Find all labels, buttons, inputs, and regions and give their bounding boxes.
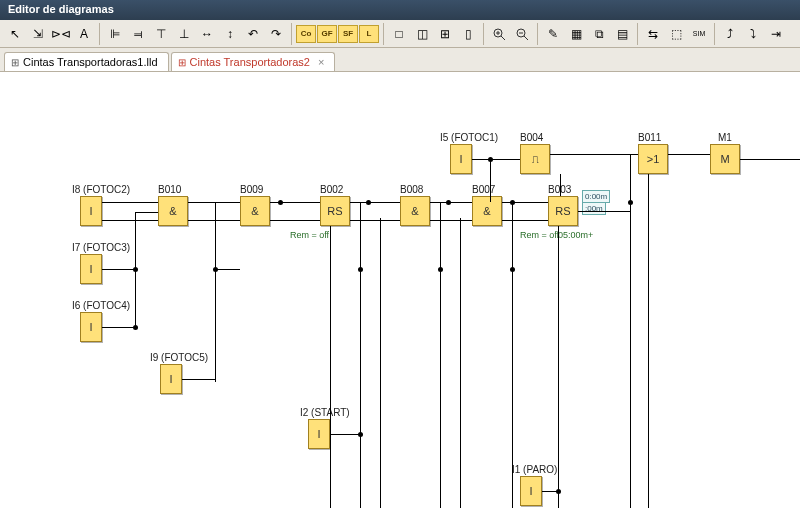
block-b010[interactable]: & <box>158 196 188 226</box>
distribute-h[interactable]: ↔ <box>196 23 218 45</box>
wire <box>188 220 240 221</box>
separator <box>483 23 484 45</box>
wire <box>578 211 630 212</box>
wire <box>380 218 381 508</box>
note-rem1: Rem = off <box>290 230 329 240</box>
block-m1[interactable]: M <box>710 144 740 174</box>
wire <box>430 202 472 203</box>
diagram-canvas[interactable]: I5 (FOTOC1) I B004 ⎍ B011 >1 M1 M I8 (FO… <box>0 72 800 508</box>
wire <box>102 327 135 328</box>
zoom-out[interactable] <box>511 23 533 45</box>
l-button[interactable]: L <box>359 25 379 43</box>
block-i7[interactable]: I <box>80 254 102 284</box>
pointer-tool[interactable]: ↖ <box>4 23 26 45</box>
separator <box>291 23 292 45</box>
block-b009[interactable]: & <box>240 196 270 226</box>
align-top[interactable]: ⊤ <box>150 23 172 45</box>
wire-node <box>446 200 451 205</box>
layout-4[interactable]: ▯ <box>457 23 479 45</box>
align-left[interactable]: ⊫ <box>104 23 126 45</box>
block-b007[interactable]: & <box>472 196 502 226</box>
svg-line-1 <box>501 36 505 40</box>
connector-tool[interactable]: ⇲ <box>27 23 49 45</box>
zoom-in[interactable] <box>488 23 510 45</box>
align-bottom[interactable]: ⊥ <box>173 23 195 45</box>
wire <box>102 220 158 221</box>
block-b003[interactable]: RS <box>548 196 578 226</box>
grid-tool[interactable]: ▦ <box>565 23 587 45</box>
jump-down[interactable]: ⤵ <box>742 23 764 45</box>
block-i9[interactable]: I <box>160 364 182 394</box>
window-title: Editor de diagramas <box>8 3 114 15</box>
swap-tool[interactable]: ⇆ <box>642 23 664 45</box>
block-i6[interactable]: I <box>80 312 102 342</box>
timer-box-2: :00m <box>582 202 606 215</box>
block-label: I9 (FOTOC5) <box>150 352 208 363</box>
list-tool[interactable]: ▤ <box>611 23 633 45</box>
wire <box>360 202 361 508</box>
wire <box>182 379 215 380</box>
cut-connection-tool[interactable]: ⊳⊲ <box>50 23 72 45</box>
rotate-cw[interactable]: ↷ <box>265 23 287 45</box>
wire <box>460 218 461 508</box>
jump-up[interactable]: ⤴ <box>719 23 741 45</box>
distribute-v[interactable]: ↕ <box>219 23 241 45</box>
block-b008[interactable]: & <box>400 196 430 226</box>
gf-button[interactable]: GF <box>317 25 337 43</box>
block-label: B007 <box>472 184 495 195</box>
copy-tool[interactable]: ⧉ <box>588 23 610 45</box>
text-tool[interactable]: A <box>73 23 95 45</box>
sf-button[interactable]: SF <box>338 25 358 43</box>
wire <box>558 226 559 508</box>
wire <box>740 159 800 160</box>
block-label: B009 <box>240 184 263 195</box>
wire <box>502 220 548 221</box>
block-label: I5 (FOTOC1) <box>440 132 498 143</box>
block-b002[interactable]: RS <box>320 196 350 226</box>
wire <box>215 269 240 270</box>
wire-node <box>133 267 138 272</box>
wire <box>502 202 548 203</box>
co-button[interactable]: Co <box>296 25 316 43</box>
goto-tool[interactable]: ⇥ <box>765 23 787 45</box>
block-i8[interactable]: I <box>80 196 102 226</box>
layout-3[interactable]: ⊞ <box>434 23 456 45</box>
wire <box>102 202 158 203</box>
wire <box>472 159 520 160</box>
block-label: B010 <box>158 184 181 195</box>
close-icon[interactable]: × <box>314 56 324 68</box>
wire-node <box>438 267 443 272</box>
block-b011[interactable]: >1 <box>638 144 668 174</box>
sim-tool[interactable]: SIM <box>688 23 710 45</box>
wire-node <box>133 325 138 330</box>
tab-cintas1[interactable]: ⊞ Cintas Transportadoras1.lld <box>4 52 169 71</box>
block-b004[interactable]: ⎍ <box>520 144 550 174</box>
wire <box>550 154 638 155</box>
layout-2[interactable]: ◫ <box>411 23 433 45</box>
block-i2[interactable]: I <box>308 419 330 449</box>
diagram-icon: ⊞ <box>178 57 186 68</box>
box-tool[interactable]: ⬚ <box>665 23 687 45</box>
edit-tool[interactable]: ✎ <box>542 23 564 45</box>
wire <box>560 174 561 196</box>
tab-label: Cintas Transportadoras1.lld <box>23 56 158 68</box>
tab-cintas2[interactable]: ⊞ Cintas Transportadoras2 × <box>171 52 336 71</box>
wire <box>102 269 135 270</box>
note-rem2: Rem = off <box>520 230 559 240</box>
layout-1[interactable]: □ <box>388 23 410 45</box>
separator <box>537 23 538 45</box>
wire-node <box>358 432 363 437</box>
tab-label: Cintas Transportadoras2 <box>190 56 310 68</box>
block-label: I6 (FOTOC4) <box>72 300 130 311</box>
svg-line-5 <box>524 36 528 40</box>
block-i5[interactable]: I <box>450 144 472 174</box>
separator <box>637 23 638 45</box>
wire <box>648 174 649 508</box>
wire-node <box>510 267 515 272</box>
align-right[interactable]: ⫤ <box>127 23 149 45</box>
wire-node <box>366 200 371 205</box>
block-label: B008 <box>400 184 423 195</box>
rotate-ccw[interactable]: ↶ <box>242 23 264 45</box>
block-i1[interactable]: I <box>520 476 542 506</box>
wire <box>330 434 360 435</box>
